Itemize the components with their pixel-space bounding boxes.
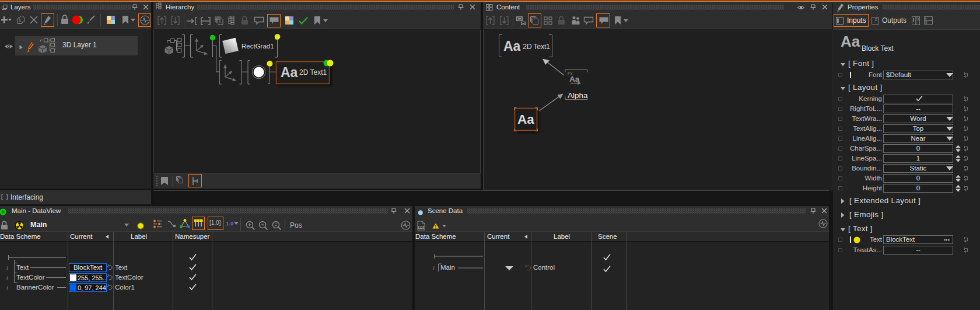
svg-text:XML: XML xyxy=(419,226,425,229)
svg-text:Alpha: Alpha xyxy=(568,91,588,100)
svg-text:2D Text1: 2D Text1 xyxy=(523,43,550,51)
svg-text:i: i xyxy=(433,265,435,271)
svg-text:i: i xyxy=(6,275,8,281)
svg-text:0: 0 xyxy=(925,20,928,25)
svg-text:i: i xyxy=(6,265,8,271)
svg-text:RectGrad1: RectGrad1 xyxy=(242,43,274,50)
svg-text:Aa: Aa xyxy=(503,39,521,54)
svg-text:Aa: Aa xyxy=(517,112,534,127)
svg-text:Aa: Aa xyxy=(281,65,298,80)
svg-text:0: 0 xyxy=(917,17,919,21)
svg-text:2D Text1: 2D Text1 xyxy=(299,68,327,76)
svg-text:0: 0 xyxy=(875,18,877,22)
svg-text:i: i xyxy=(6,285,8,291)
